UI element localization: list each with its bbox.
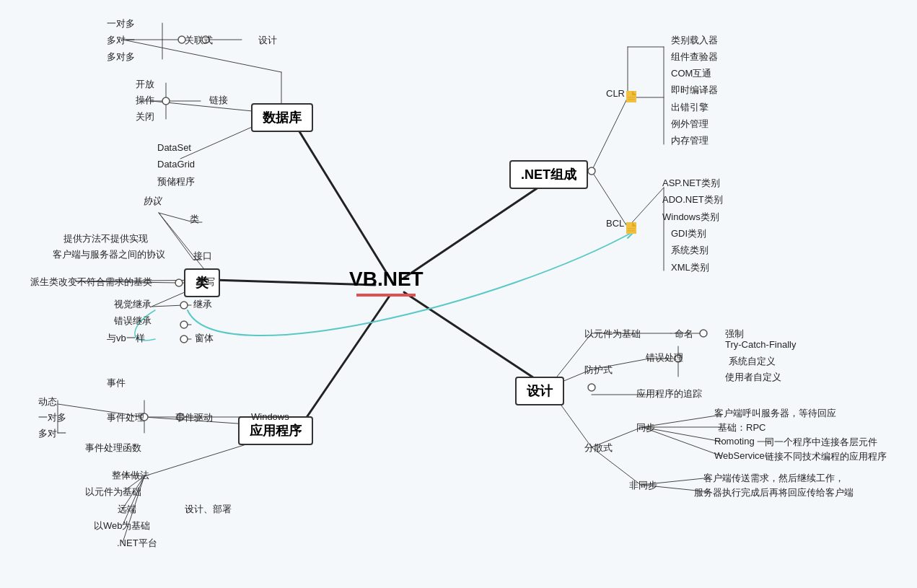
- app-label-sjqd: 事件驱动: [175, 411, 213, 424]
- design-fss: 分散式: [584, 442, 613, 455]
- dotnet-clr: CLR: [606, 88, 625, 99]
- dotnet-ado: ADO.NET类别: [662, 193, 723, 206]
- db-label-dataset: DataSet: [157, 142, 191, 153]
- app-label-ydm: 一对多: [38, 411, 66, 424]
- dotnet-ncgl: 内存管理: [671, 134, 708, 147]
- design-webservice: WebService: [714, 450, 765, 461]
- dotnet-xtlb: 系统类别: [671, 244, 708, 257]
- design-lianjie: 链接不同技术编程的应用程序: [765, 450, 887, 463]
- app-label-sjcl: 事件处理: [107, 411, 144, 424]
- dotnet-comht: COM互通: [671, 67, 711, 80]
- db-label-duoduiyi: 多对一: [107, 34, 135, 47]
- dotnet-lbzrq: 类别载入器: [671, 34, 718, 47]
- design-khdhl: 客户端呼叫服务器，等待回应: [714, 407, 836, 420]
- app-label-ztff: 整体做法: [112, 469, 149, 482]
- db-label-yuchu: 预储程序: [157, 175, 195, 188]
- app-label-shijian: 事件: [107, 377, 126, 390]
- center-label: VB.NET: [349, 268, 424, 290]
- dotnet-bcl: BCL: [606, 218, 624, 229]
- class-label-xieyi: 协议: [143, 195, 162, 208]
- class-label-jiekou: 接口: [193, 250, 212, 263]
- dotnet-node: .NET组成: [509, 160, 588, 189]
- app-label-ddy: 多对一: [38, 427, 66, 440]
- design-romoting: Romoting: [714, 436, 755, 447]
- design-yycxdzz: 应用程序的追踪: [636, 387, 702, 400]
- db-label-duoduoduo: 多对多: [107, 51, 135, 63]
- dotnet-jsbq: 即时编译器: [671, 84, 718, 97]
- design-xtzdyi: 系统自定义: [729, 355, 776, 368]
- center-underline: [356, 294, 416, 297]
- class-label-psc: 派生类改变不符合需求的基类: [30, 276, 152, 289]
- design-tongbu: 同步: [636, 421, 655, 434]
- design-fwq-zx: 服务器执行完成后再将回应传给客户端: [694, 486, 854, 499]
- dotnet-xml: XML类别: [671, 261, 709, 274]
- db-label-yiduoduo: 一对多: [107, 17, 135, 30]
- db-label-datagrid: DataGrid: [157, 159, 195, 170]
- app-label-dongtai: 动态: [38, 395, 57, 408]
- class-label-chuangti: 窗体: [195, 332, 214, 345]
- design-tyycx: 同一个程序中连接各层元件: [765, 436, 877, 449]
- design-node: 设计: [515, 377, 564, 405]
- design-feitongbu: 非同步: [629, 479, 657, 492]
- class-label-sjjc: 视觉继承: [114, 298, 152, 311]
- app-label-yuanduan: 远端: [118, 503, 136, 516]
- db-label-caozuo: 操作: [136, 94, 154, 107]
- design-jc-rpc: 基础：RPC: [718, 421, 765, 434]
- dotnet-gdi: GDI类别: [671, 227, 706, 240]
- dotnet-zjcyq: 组件查验器: [671, 51, 718, 63]
- class-label-tgff: 提供方法不提供实现: [63, 232, 148, 245]
- design-yhzdyi: 使用者自定义: [725, 371, 781, 384]
- db-label-sheji1: 设计: [258, 34, 277, 47]
- app-label-sjchs: 事件处理函数: [85, 442, 141, 455]
- design-cwcl: 错误处理: [646, 351, 683, 364]
- app-label-sjbs: 设计、部署: [185, 503, 232, 516]
- app-label-yyyjwjc: 以元件为基础: [85, 486, 141, 499]
- class-label-lei: 类: [190, 213, 199, 226]
- class-label-yyvb: 与vb一样: [107, 332, 145, 345]
- design-yjwjc: 以元件为基础: [584, 328, 641, 341]
- center-node: VB.NET: [339, 263, 434, 301]
- design-trycatch: Try-Catch-Finally: [725, 339, 796, 350]
- design-fanghu: 防护式: [584, 364, 613, 377]
- db-label-guanlianse: 关联式: [185, 34, 213, 47]
- dotnet-asp: ASP.NET类别: [662, 177, 720, 190]
- class-label-cwjc: 错误继承: [114, 315, 152, 328]
- db-label-kaifang: 开放: [136, 78, 154, 91]
- database-node: 数据库: [251, 103, 313, 132]
- class-label-chongxie: 重写: [196, 276, 215, 289]
- db-label-lianjie: 链接: [209, 94, 228, 107]
- dotnet-ccyq: 出错引擎: [671, 101, 708, 114]
- app-label-windows: Windows: [251, 411, 289, 422]
- dotnet-lwgl: 例外管理: [671, 118, 708, 131]
- app-label-web: 以Web为基础: [94, 519, 151, 532]
- app-label-net: .NET平台: [117, 537, 157, 550]
- db-label-guanbi: 关闭: [136, 110, 154, 123]
- class-label-khd: 客户端与服务器之间的协议: [53, 248, 165, 261]
- design-ming: 命名: [675, 328, 693, 341]
- design-khd-crs: 客户端传送需求，然后继续工作，: [703, 472, 844, 485]
- dotnet-win: Windows类别: [662, 211, 719, 224]
- class-label-jicheng: 继承: [193, 298, 212, 311]
